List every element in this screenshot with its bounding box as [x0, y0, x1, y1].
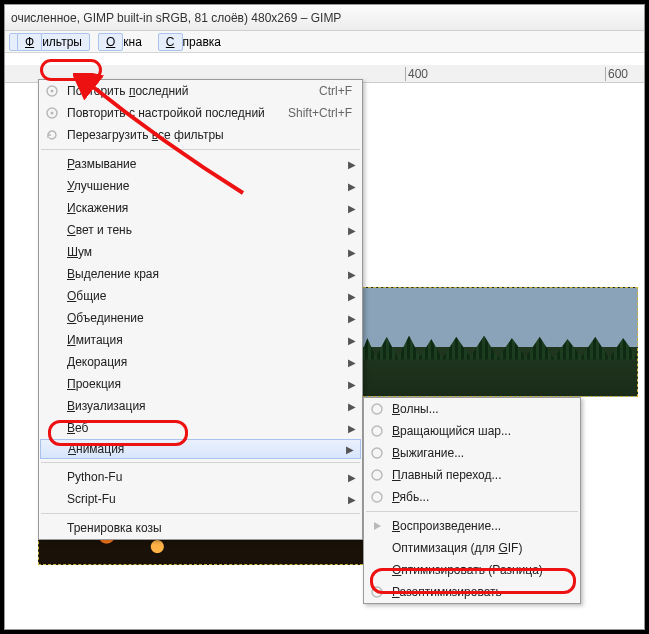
chevron-right-icon: ▶: [348, 335, 356, 346]
mi-playback[interactable]: Воспроизведение...: [364, 515, 580, 537]
mi-globe[interactable]: Вращающийся шар...: [364, 420, 580, 442]
chevron-right-icon: ▶: [348, 181, 356, 192]
app-window: очисленное, GIMP built-in sRGB, 81 слоёв…: [4, 4, 645, 630]
label: Тренировка козы: [67, 521, 162, 535]
label: Разоптимизировать: [392, 585, 502, 599]
gear-icon: [370, 468, 384, 482]
label: Общие: [67, 289, 106, 303]
chevron-right-icon: ▶: [348, 313, 356, 324]
label: Проекция: [67, 377, 121, 391]
gear-icon: [370, 446, 384, 460]
separator: [41, 149, 360, 150]
chevron-right-icon: ▶: [348, 357, 356, 368]
mi-unoptimize[interactable]: Разоптимизировать: [364, 581, 580, 603]
mi-artistic[interactable]: Имитация▶: [39, 329, 362, 351]
ruler-tick: 400: [405, 67, 428, 81]
mi-generic[interactable]: Общие▶: [39, 285, 362, 307]
mi-burn[interactable]: Выжигание...: [364, 442, 580, 464]
mi-light[interactable]: Свет и тень▶: [39, 219, 362, 241]
label: Визуализация: [67, 399, 146, 413]
ruler-tick: 600: [605, 67, 628, 81]
play-icon: [370, 519, 384, 533]
label: Анимация: [68, 442, 124, 456]
mi-reset-filters[interactable]: Перезагрузить все фильтры: [39, 124, 362, 146]
chevron-right-icon: ▶: [348, 423, 356, 434]
chevron-right-icon: ▶: [348, 225, 356, 236]
mi-web[interactable]: Веб▶: [39, 417, 362, 439]
label: Волны...: [392, 402, 439, 416]
label: Искажения: [67, 201, 128, 215]
svg-point-5: [372, 426, 382, 436]
label: Объединение: [67, 311, 144, 325]
separator: [366, 511, 578, 512]
mi-ripple[interactable]: Рябь...: [364, 486, 580, 508]
animation-submenu: Волны... Вращающийся шар... Выжигание...…: [363, 397, 581, 604]
mi-blur[interactable]: Размывание▶: [39, 153, 362, 175]
mi-distort[interactable]: Искажения▶: [39, 197, 362, 219]
svg-point-9: [372, 587, 382, 597]
chevron-right-icon: ▶: [348, 379, 356, 390]
mi-noise[interactable]: Шум▶: [39, 241, 362, 263]
mi-waves[interactable]: Волны...: [364, 398, 580, 420]
mi-blend[interactable]: Плавный переход...: [364, 464, 580, 486]
menu-filters[interactable]: Фильтры: [9, 33, 90, 51]
label: Повторить последний: [67, 84, 189, 98]
mi-enhance[interactable]: Улучшение▶: [39, 175, 362, 197]
shortcut: Ctrl+F: [319, 84, 352, 98]
gear-icon: [370, 402, 384, 416]
mi-repeat-last[interactable]: Повторить последний Ctrl+F: [39, 80, 362, 102]
menu-help[interactable]: Справка: [150, 33, 229, 51]
gear-icon: [45, 84, 59, 98]
label: Веб: [67, 421, 88, 435]
chevron-right-icon: ▶: [348, 247, 356, 258]
label: Выжигание...: [392, 446, 464, 460]
svg-point-3: [51, 112, 54, 115]
svg-point-1: [51, 90, 54, 93]
refresh-icon: [45, 128, 59, 142]
mi-edge[interactable]: Выделение края▶: [39, 263, 362, 285]
label: Шум: [67, 245, 92, 259]
label: Плавный переход...: [392, 468, 502, 482]
chevron-right-icon: ▶: [348, 472, 356, 483]
filters-menu: Повторить последний Ctrl+F Повторить с н…: [38, 79, 363, 540]
mi-animation[interactable]: Анимация▶: [40, 439, 361, 459]
mi-render[interactable]: Визуализация▶: [39, 395, 362, 417]
svg-point-7: [372, 470, 382, 480]
canvas-image: [358, 287, 638, 397]
gear-icon: [370, 585, 384, 599]
svg-point-6: [372, 448, 382, 458]
label: Выделение края: [67, 267, 159, 281]
separator: [41, 462, 360, 463]
mi-goat[interactable]: Тренировка козы: [39, 517, 362, 539]
chevron-right-icon: ▶: [348, 203, 356, 214]
gear-icon: [370, 490, 384, 504]
label: Имитация: [67, 333, 123, 347]
separator: [41, 513, 360, 514]
chevron-right-icon: ▶: [348, 291, 356, 302]
chevron-right-icon: ▶: [348, 159, 356, 170]
svg-point-4: [372, 404, 382, 414]
label: Повторить с настройкой последний: [67, 106, 265, 120]
mi-reshow-last[interactable]: Повторить с настройкой последний Shift+C…: [39, 102, 362, 124]
mi-map[interactable]: Проекция▶: [39, 373, 362, 395]
label: Свет и тень: [67, 223, 132, 237]
label: Оптимизация (для GIF): [392, 541, 522, 555]
mi-script-fu[interactable]: Script-Fu▶: [39, 488, 362, 510]
label: Вращающийся шар...: [392, 424, 511, 438]
menu-windows[interactable]: Окна: [90, 33, 150, 51]
label: Рябь...: [392, 490, 429, 504]
chevron-right-icon: ▶: [348, 494, 356, 505]
label: Перезагрузить все фильтры: [67, 128, 224, 142]
chevron-right-icon: ▶: [348, 401, 356, 412]
svg-point-8: [372, 492, 382, 502]
label: Декорация: [67, 355, 127, 369]
mi-combine[interactable]: Объединение▶: [39, 307, 362, 329]
mi-optimize-diff[interactable]: Оптимизировать (Разница): [364, 559, 580, 581]
label: Python-Fu: [67, 470, 122, 484]
mi-python-fu[interactable]: Python-Fu▶: [39, 466, 362, 488]
title-bar: очисленное, GIMP built-in sRGB, 81 слоёв…: [5, 5, 644, 31]
label: Воспроизведение...: [392, 519, 501, 533]
mi-decor[interactable]: Декорация▶: [39, 351, 362, 373]
shortcut: Shift+Ctrl+F: [288, 106, 352, 120]
mi-optimize-gif[interactable]: Оптимизация (для GIF): [364, 537, 580, 559]
